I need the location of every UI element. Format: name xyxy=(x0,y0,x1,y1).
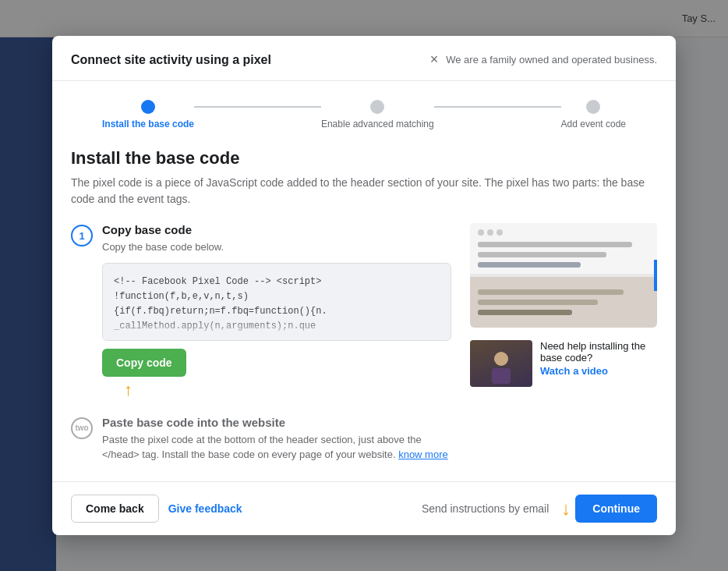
header-subtitle: We are a family owned and operated busin… xyxy=(446,54,657,66)
modal-body: Install the base code Enable advanced ma… xyxy=(52,81,676,475)
preview-line-4 xyxy=(478,300,598,305)
right-column: Need help installing the base code? Watc… xyxy=(470,223,657,475)
step-install-base-code: Install the base code xyxy=(102,100,194,129)
video-person xyxy=(470,340,532,387)
paste-base-code-step: two Paste base code into the website Pas… xyxy=(71,416,451,463)
preview-line-code-1 xyxy=(478,262,581,268)
close-icon[interactable]: × xyxy=(430,51,439,68)
step2-content: Paste base code into the website Paste t… xyxy=(102,416,451,463)
step-line-1 xyxy=(194,106,321,108)
up-arrow-icon: ↑ xyxy=(124,380,133,400)
video-thumbnail xyxy=(470,340,532,387)
stepper: Install the base code Enable advanced ma… xyxy=(71,81,657,148)
highlight-bar xyxy=(654,260,657,291)
step-advanced-matching: Enable advanced matching xyxy=(321,100,434,129)
preview-lines-top xyxy=(478,242,649,268)
preview-lines-bottom xyxy=(478,285,649,320)
preview-line-2 xyxy=(478,252,606,257)
window-dots xyxy=(478,229,649,236)
two-col-layout: 1 Copy base code Copy the base code belo… xyxy=(71,223,657,475)
modal-header: Connect site activity using a pixel × We… xyxy=(52,36,676,81)
preview-line-1 xyxy=(478,242,632,247)
modal-title: Connect site activity using a pixel xyxy=(71,53,271,67)
know-more-link[interactable]: know more xyxy=(398,449,448,460)
arrow-up-indicator: ↑ xyxy=(124,380,451,400)
modal-backdrop: Connect site activity using a pixel × We… xyxy=(0,0,728,571)
section-description: The pixel code is a piece of JavaScript … xyxy=(71,175,657,207)
modal-footer: Come back Give feedback Send instruction… xyxy=(52,481,676,535)
step2-instruction: Paste the pixel code at the bottom of th… xyxy=(102,432,451,463)
send-email-text: Send instructions by email xyxy=(422,502,549,515)
code-preview-bottom xyxy=(470,277,657,328)
step1-content: Copy base code Copy the base code below.… xyxy=(102,223,451,403)
continue-button[interactable]: Continue xyxy=(575,495,657,523)
video-help-text: Need help installing the base code? xyxy=(540,340,657,364)
svg-rect-1 xyxy=(492,368,511,384)
dot-3 xyxy=(497,229,503,236)
section-heading: Install the base code xyxy=(71,148,657,168)
dot-1 xyxy=(478,229,484,236)
code-block: <!-- Facebook Pixel Code --> <script> !f… xyxy=(102,263,451,341)
video-info: Need help installing the base code? Watc… xyxy=(540,340,657,378)
dot-2 xyxy=(487,229,493,236)
step-event-code: Add event code xyxy=(561,100,626,129)
step-label-3: Add event code xyxy=(561,119,626,129)
modal-header-right: × We are a family owned and operated bus… xyxy=(430,51,657,68)
copy-base-code-step: 1 Copy base code Copy the base code belo… xyxy=(71,223,451,403)
svg-point-0 xyxy=(494,352,508,366)
step1-instruction: Copy the base code below. xyxy=(102,239,451,255)
step2-title: Paste base code into the website xyxy=(102,416,451,429)
step-circle-3 xyxy=(586,100,600,114)
step-circle-2 xyxy=(370,100,384,114)
modal-dialog: Connect site activity using a pixel × We… xyxy=(52,36,676,535)
copy-code-button[interactable]: Copy code xyxy=(102,349,186,377)
step-label-2: Enable advanced matching xyxy=(321,119,434,129)
give-feedback-button[interactable]: Give feedback xyxy=(168,495,242,523)
left-column: 1 Copy base code Copy the base code belo… xyxy=(71,223,451,475)
person-svg xyxy=(486,348,517,387)
step-label-1: Install the base code xyxy=(102,119,194,129)
step1-title: Copy base code xyxy=(102,223,451,236)
step-num-1: 1 xyxy=(71,225,93,246)
footer-right: Send instructions by email ↓ Continue xyxy=(422,495,657,523)
down-arrow-icon: ↓ xyxy=(561,498,571,520)
step-line-2 xyxy=(434,106,561,108)
code-content: <!-- Facebook Pixel Code --> <script> !f… xyxy=(114,276,327,332)
preview-line-3 xyxy=(478,289,624,295)
watch-video-link[interactable]: Watch a video xyxy=(540,365,608,377)
code-preview-illustration xyxy=(470,223,657,328)
continue-section: ↓ Continue xyxy=(561,495,657,523)
code-preview-top xyxy=(470,223,657,274)
video-section: Need help installing the base code? Watc… xyxy=(470,340,657,387)
step-circle-1 xyxy=(141,100,155,114)
come-back-button[interactable]: Come back xyxy=(71,495,159,523)
footer-left: Come back Give feedback xyxy=(71,495,242,523)
step-num-2: two xyxy=(71,417,93,439)
preview-line-code-2 xyxy=(478,310,572,315)
